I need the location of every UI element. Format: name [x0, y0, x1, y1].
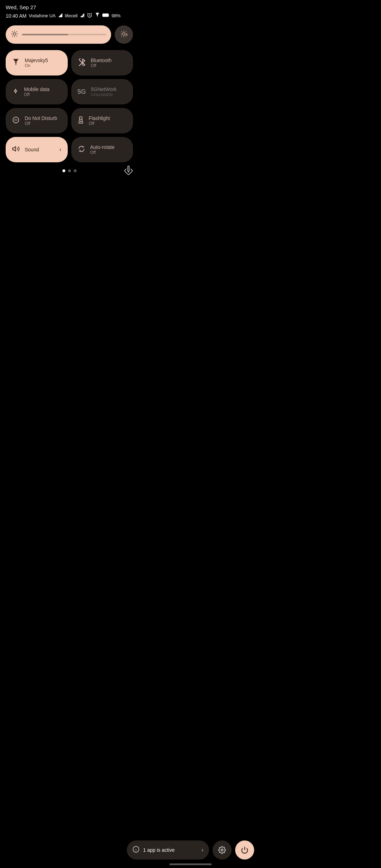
svg-line-23 [126, 31, 126, 32]
brightness-slider[interactable] [6, 25, 111, 44]
sound-tile-icon [12, 145, 20, 155]
auto-rotate-tile-title: Auto-rotate [90, 144, 115, 150]
dnd-tile-text: Do Not Disturb Off [25, 115, 57, 126]
flashlight-tile-text: Flashlight Off [89, 115, 110, 126]
dnd-tile-subtitle: Off [25, 121, 57, 126]
svg-line-22 [121, 36, 122, 36]
5g-tile-text: 5GNetWork Unavailable [91, 86, 117, 97]
svg-line-11 [12, 31, 13, 32]
signal1-icon [58, 13, 63, 19]
wifi-status-icon [95, 13, 100, 19]
bluetooth-tile-icon [78, 58, 86, 68]
flashlight-tile-title: Flashlight [89, 115, 110, 121]
wifi-tile-icon [12, 59, 20, 67]
flashlight-tile-subtitle: Off [89, 121, 110, 126]
battery-icon [102, 13, 109, 18]
svg-rect-28 [79, 116, 82, 119]
edit-button[interactable] [123, 165, 135, 177]
time-text: 10:40 AM [6, 13, 26, 19]
wifi-tile[interactable]: Majevsky5 On [6, 50, 68, 76]
auto-rotate-tile-subtitle: Off [90, 150, 115, 155]
bluetooth-tile-text: Bluetooth Off [91, 58, 111, 68]
dnd-tile-title: Do Not Disturb [25, 115, 57, 121]
svg-point-25 [16, 64, 17, 65]
sound-tile-title: Sound [25, 147, 39, 152]
svg-line-12 [16, 36, 17, 36]
5g-tile-icon: 5G [78, 88, 86, 96]
brightness-track[interactable] [22, 34, 106, 35]
pagination-dot-1 [62, 169, 65, 172]
5g-tile-subtitle: Unavailable [91, 92, 117, 97]
brightness-icon [11, 30, 18, 40]
5g-tile[interactable]: 5G 5GNetWork Unavailable [71, 79, 133, 104]
sound-tile-arrow: › [59, 146, 61, 153]
bluetooth-tile-subtitle: Off [91, 63, 111, 68]
mobile-data-tile-subtitle: Off [24, 92, 49, 97]
flashlight-tile[interactable]: Flashlight Off [71, 108, 133, 133]
date-text: Wed, Sep 27 [6, 4, 133, 10]
sound-tile[interactable]: Sound › [6, 137, 68, 162]
mobile-data-tile-text: Mobile data Off [24, 86, 49, 97]
auto-brightness-icon: A [120, 30, 128, 39]
flashlight-tile-icon [78, 116, 84, 126]
pagination-dot-2 [68, 169, 71, 172]
auto-rotate-tile-icon [78, 145, 85, 155]
svg-rect-5 [103, 14, 108, 16]
carrier1-text: Vodafone UA [29, 13, 56, 18]
status-row: 10:40 AM Vodafone UA lifecell 98% [6, 12, 133, 19]
quick-settings-grid: Majevsky5 On Bluetooth Off [0, 47, 139, 165]
wifi-tile-text: Majevsky5 On [25, 58, 48, 68]
mobile-data-tile-icon [12, 88, 19, 96]
auto-rotate-tile[interactable]: Auto-rotate Off [71, 137, 133, 162]
dnd-tile-icon [12, 116, 20, 126]
svg-marker-31 [13, 146, 16, 151]
signal2-icon [80, 13, 85, 19]
auto-brightness-button[interactable]: A [115, 25, 133, 44]
svg-line-14 [16, 31, 17, 32]
bluetooth-tile[interactable]: Bluetooth Off [71, 50, 133, 76]
bluetooth-tile-title: Bluetooth [91, 58, 111, 63]
svg-line-13 [12, 36, 13, 36]
dnd-tile[interactable]: Do Not Disturb Off [6, 108, 68, 133]
mobile-data-tile-title: Mobile data [24, 86, 49, 92]
brightness-fill [22, 34, 68, 35]
carrier2-text: lifecell [65, 13, 78, 18]
pagination-row [0, 165, 139, 176]
brightness-row: A [0, 22, 139, 47]
svg-line-20 [121, 31, 122, 32]
pagination-dot-3 [74, 169, 77, 172]
5g-tile-title: 5GNetWork [91, 86, 117, 92]
svg-point-15 [122, 32, 125, 35]
svg-point-6 [13, 32, 16, 35]
status-bar: Wed, Sep 27 10:40 AM Vodafone UA lifecel… [0, 0, 139, 20]
svg-marker-0 [58, 13, 62, 17]
mobile-data-tile[interactable]: Mobile data Off [6, 79, 68, 104]
alarm-icon [87, 12, 92, 19]
wifi-tile-title: Majevsky5 [25, 58, 48, 63]
wifi-tile-subtitle: On [25, 63, 48, 68]
sound-tile-text: Sound [25, 147, 39, 152]
svg-text:A: A [126, 33, 128, 36]
auto-rotate-tile-text: Auto-rotate Off [90, 144, 115, 155]
battery-percent: 98% [111, 13, 121, 18]
